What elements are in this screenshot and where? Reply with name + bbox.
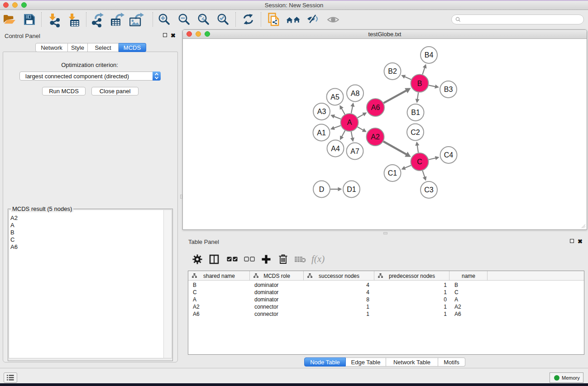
svg-text:D1: D1 bbox=[347, 186, 356, 193]
svg-text:C2: C2 bbox=[411, 129, 420, 136]
svg-text:A7: A7 bbox=[350, 148, 359, 155]
svg-text:A4: A4 bbox=[331, 145, 340, 152]
svg-text:B3: B3 bbox=[444, 86, 453, 93]
svg-text:D: D bbox=[319, 186, 325, 193]
svg-text:C3: C3 bbox=[424, 186, 434, 194]
svg-text:A8: A8 bbox=[351, 90, 360, 97]
svg-text:C4: C4 bbox=[444, 151, 454, 159]
svg-text:A6: A6 bbox=[371, 104, 380, 111]
svg-text:B4: B4 bbox=[425, 51, 434, 59]
svg-text:A5: A5 bbox=[330, 93, 339, 101]
svg-text:A1: A1 bbox=[317, 129, 326, 137]
svg-text:B1: B1 bbox=[411, 109, 420, 116]
svg-text:B2: B2 bbox=[388, 67, 397, 75]
svg-text:B: B bbox=[417, 80, 422, 87]
svg-text:A2: A2 bbox=[371, 133, 380, 141]
svg-text:A: A bbox=[347, 119, 352, 126]
svg-text:A3: A3 bbox=[317, 108, 326, 115]
svg-text:C: C bbox=[417, 158, 422, 166]
svg-text:C1: C1 bbox=[388, 169, 397, 177]
